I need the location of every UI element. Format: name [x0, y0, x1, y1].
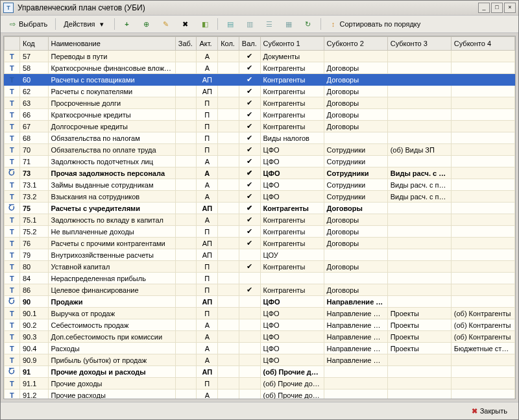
cell-sub3 [387, 378, 451, 389]
cell-name: Прочие доходы [48, 378, 175, 389]
table-row[interactable]: T73.1Займы выданные сотрудникамА✔ЦФОСотр… [5, 179, 515, 191]
close-footer-button[interactable]: ✖ Закрыть [466, 405, 513, 417]
row-type-icon: T [5, 343, 20, 354]
table-row[interactable]: T66Краткосрочные кредитыП✔КонтрагентыДог… [5, 109, 515, 121]
column-header[interactable]: Субконто 3 [387, 37, 451, 51]
tool1-button[interactable]: ▤ [221, 17, 239, 31]
table-row[interactable]: T90.9Прибыль (убыток) от продажАЦФОНапра… [5, 354, 515, 366]
table-row[interactable]: T90.3Доп.себестоимость при комиссииАЦФОН… [5, 331, 515, 343]
row-type-icon: T [5, 261, 20, 273]
cell-kol [218, 203, 239, 214]
table-row[interactable]: T70Обязательства по оплате трудаП✔ЦФОСот… [5, 144, 515, 156]
cell-code: 63 [19, 97, 48, 109]
add-button[interactable]: + [118, 17, 136, 31]
column-header[interactable]: Наименование [48, 37, 175, 51]
table-row[interactable]: T58Краткосрочные финансовые вложенияА✔Ко… [5, 62, 515, 74]
table-row[interactable]: Ⴀ75Расчеты с учредителямиАП✔КонтрагентыД… [5, 203, 515, 214]
close-button[interactable]: × [504, 3, 516, 13]
column-header[interactable]: Субконто 4 [451, 37, 514, 51]
cell-sub3: Виды расч. с пер… [387, 179, 451, 191]
edit-button[interactable]: ✎ [157, 17, 175, 31]
table-row[interactable]: T71Задолжность подотчетных лицА✔ЦФОСотру… [5, 156, 515, 167]
column-header[interactable] [5, 37, 20, 51]
table-row[interactable]: T79Внутрихозяйственные расчетыАПЦОУ [5, 249, 515, 261]
cell-kol [218, 354, 239, 366]
column-header[interactable]: Акт. [197, 37, 218, 51]
refresh-button[interactable]: ↻ [299, 17, 317, 31]
cell-act: А [197, 389, 218, 400]
table-row[interactable]: T68Обязательства по налогамП✔Виды налого… [5, 132, 515, 144]
tool3-button[interactable]: ☰ [260, 17, 278, 31]
cell-act: П [197, 261, 218, 273]
table-row[interactable]: Ⴀ90ПродажиАПЦФОНаправление деят… [5, 296, 515, 308]
cell-sub4 [451, 366, 514, 378]
table-row[interactable]: T91.1Прочие доходыП(об) Прочие доход… [5, 378, 515, 389]
table-row[interactable]: T90.2Себестоимость продажАЦФОНаправление… [5, 319, 515, 331]
cell-code: 62 [19, 86, 48, 97]
tool4-button[interactable]: ▦ [280, 17, 298, 31]
cell-zab [175, 261, 197, 273]
add-group-button[interactable]: ⊕ [138, 17, 156, 31]
table-row[interactable]: T90.1Выручка от продажПЦФОНаправление де… [5, 308, 515, 319]
table-row[interactable]: T80Уставной капиталП✔КонтрагентыДоговоры [5, 261, 515, 273]
table-row[interactable]: T76Расчеты с прочими контрагентамиАП✔Кон… [5, 238, 515, 249]
cell-kol [218, 343, 239, 354]
cell-sub1: ЦФО [260, 156, 324, 167]
maximize-button[interactable]: □ [491, 3, 503, 13]
column-header[interactable]: Код [19, 37, 48, 51]
table-row[interactable]: T63Просроченные долгиП✔КонтрагентыДогово… [5, 97, 515, 109]
cell-kol [218, 331, 239, 343]
cell-zab [175, 86, 197, 97]
table-row[interactable]: T75.2Не выплаченные доходыП✔КонтрагентыД… [5, 226, 515, 238]
cell-name: Расчеты с покупателями [48, 86, 175, 97]
minimize-button[interactable]: _ [478, 3, 490, 13]
table-row[interactable]: Ⴀ91Прочие доходы и расходыАП(об) Прочие … [5, 366, 515, 378]
cell-sub4 [451, 354, 514, 366]
cell-sub2: Сотрудники [324, 167, 387, 179]
table-row[interactable]: T57Переводы в путиА✔Документы [5, 51, 515, 62]
select-button[interactable]: ⇨ Выбрать [3, 17, 52, 31]
cell-sub2 [324, 378, 387, 389]
cell-sub2 [324, 273, 387, 284]
table-row[interactable]: T75.1Задолжность по вкладу в капиталА✔Ко… [5, 214, 515, 226]
cell-sub4 [451, 179, 514, 191]
data-grid[interactable]: КодНаименованиеЗаб.Акт.Кол.Вал.Субконто … [3, 36, 516, 399]
row-type-icon: T [5, 156, 20, 167]
column-header[interactable]: Субконто 1 [260, 37, 324, 51]
cell-name: Внутрихозяйственные расчеты [48, 249, 175, 261]
table-row[interactable]: T86Целевое финансированиеП✔КонтрагентыДо… [5, 284, 515, 296]
mark-button[interactable]: ◧ [196, 17, 214, 31]
cell-act: П [197, 284, 218, 296]
cell-zab [175, 167, 197, 179]
cell-sub1: ЦФО [260, 308, 324, 319]
cell-code: 73 [19, 167, 48, 179]
cell-sub1: Контрагенты [260, 284, 324, 296]
cell-act: А [197, 191, 218, 203]
cell-code: 73.2 [19, 191, 48, 203]
actions-menu[interactable]: Действия ▾ [59, 17, 110, 31]
cell-zab [175, 378, 197, 389]
table-row[interactable]: T73.2Взыскания на сотрудниковА✔ЦФОСотруд… [5, 191, 515, 203]
cell-name: Расчеты с прочими контрагентами [48, 238, 175, 249]
delete-button[interactable]: ✖ [176, 17, 195, 31]
table-row[interactable]: T60Расчеты с поставщикамиАП✔КонтрагентыД… [5, 74, 515, 86]
sort-button[interactable]: ↕ Сортировать по порядку [324, 17, 426, 31]
separator [55, 18, 56, 30]
table-row[interactable]: Ⴀ73Прочая задолжность персоналаА✔ЦФОСотр… [5, 167, 515, 179]
table-row[interactable]: T91.2Прочие расходыА(об) Прочие доход… [5, 389, 515, 400]
column-header[interactable]: Субконто 2 [324, 37, 387, 51]
table-row[interactable]: T84Нераспределенная прибыльП [5, 273, 515, 284]
cell-code: 90.3 [19, 331, 48, 343]
column-header[interactable]: Кол. [218, 37, 239, 51]
cell-act: П [197, 109, 218, 121]
column-header[interactable]: Вал. [239, 37, 260, 51]
table-row[interactable]: T62Расчеты с покупателямиАП✔КонтрагентыД… [5, 86, 515, 97]
cell-zab [175, 249, 197, 261]
tool2-button[interactable]: ▥ [241, 17, 259, 31]
column-header[interactable]: Заб. [175, 37, 197, 51]
cell-name: Расходы [48, 343, 175, 354]
cell-code: 60 [19, 74, 48, 86]
table-row[interactable]: T67Долгосрочные кредитыП✔КонтрагентыДого… [5, 121, 515, 132]
table-row[interactable]: T90.4РасходыАЦФОНаправление деятель…Прое… [5, 343, 515, 354]
grid-icon: ▦ [284, 19, 293, 29]
